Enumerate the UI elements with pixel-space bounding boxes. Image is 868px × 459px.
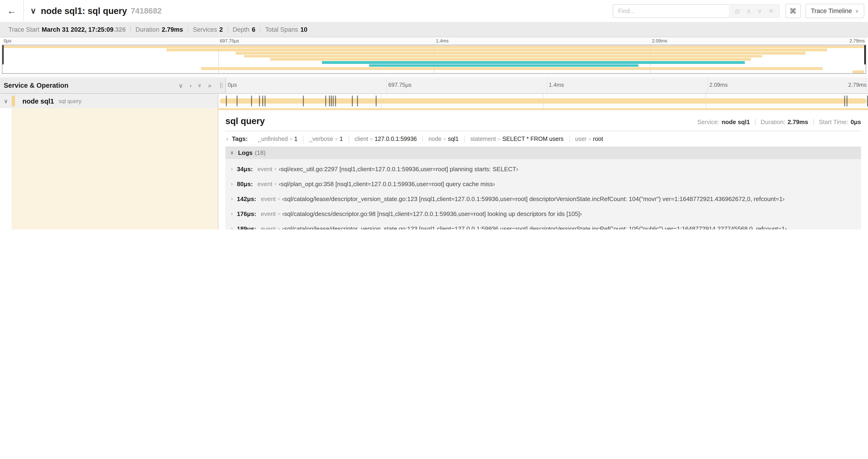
log-timestamp: 189μs: xyxy=(237,225,256,230)
meta-duration: Duration: 2.79ms xyxy=(755,119,813,126)
log-marker-tick xyxy=(847,96,848,106)
log-equals: = xyxy=(274,166,277,171)
log-row[interactable]: ›189μs:event=‹sql/catalog/lease/descript… xyxy=(225,221,861,230)
tag-value: root xyxy=(593,135,603,142)
log-marker-tick xyxy=(265,96,266,106)
log-row[interactable]: ›176μs:event=‹sql/catalog/descs/descript… xyxy=(225,206,861,221)
tag-item: _unfinished=1 xyxy=(252,135,303,142)
minimap-right-scrubber[interactable] xyxy=(864,45,866,64)
span-row-name-cell[interactable]: ∨ node sql1 sql query xyxy=(0,94,218,108)
log-row[interactable]: ›80μs:event=‹sql/plan_opt.go:358 [nsql1,… xyxy=(225,176,861,191)
locate-icon[interactable]: ◎ xyxy=(735,7,740,14)
find-input[interactable] xyxy=(613,4,729,18)
collapse-one-icon[interactable]: ∨ xyxy=(179,82,183,89)
tag-key: user xyxy=(575,135,587,142)
find-addon: ◎ ∧ ∨ ✕ xyxy=(729,4,780,18)
logs-block: ∨ Logs (18) ›34μs:event=‹sql/exec_util.g… xyxy=(225,146,861,230)
tag-item: node=sql1 xyxy=(422,135,464,142)
span-detail-meta: Service: node sql1 Duration: 2.79ms Star… xyxy=(692,119,861,126)
span-service-name: node sql1 xyxy=(22,97,54,105)
keyboard-shortcuts-button[interactable]: ⌘ xyxy=(785,4,801,18)
span-detail-header: sql query Service: node sql1 Duration: 2… xyxy=(225,110,861,131)
timeline-gridline xyxy=(547,77,548,93)
logs-body: ›34μs:event=‹sql/exec_util.go:2297 [nsql… xyxy=(225,159,861,230)
log-marker-tick xyxy=(352,96,353,106)
back-button[interactable]: ← xyxy=(0,0,24,22)
tag-value: SELECT * FROM users xyxy=(502,135,563,142)
detail-row-color-band xyxy=(218,108,868,110)
minimap-left-scrubber[interactable] xyxy=(2,45,4,64)
chevron-down-icon: ∨ xyxy=(855,8,859,13)
trace-view-dropdown[interactable]: Trace Timeline ∨ xyxy=(805,4,864,18)
log-row[interactable]: ›34μs:event=‹sql/exec_util.go:2297 [nsql… xyxy=(225,161,861,176)
log-expand-chevron-icon[interactable]: › xyxy=(231,196,232,201)
tags-row: › Tags: _unfinished=1_verbose=1client=12… xyxy=(225,131,861,146)
service-operation-heading: Service & Operation xyxy=(4,81,179,89)
log-marker-tick xyxy=(335,96,336,106)
log-marker-tick xyxy=(226,96,226,106)
tag-equals: = xyxy=(335,136,338,141)
next-match-icon[interactable]: ∨ xyxy=(757,7,762,14)
logs-collapse-chevron-icon: ∨ xyxy=(230,150,234,156)
command-icon: ⌘ xyxy=(789,7,796,15)
expand-one-icon[interactable]: › xyxy=(189,82,192,89)
tags-label[interactable]: Tags: xyxy=(232,135,248,142)
tick-label: 697.75μs xyxy=(220,38,239,43)
logs-header[interactable]: ∨ Logs (18) xyxy=(225,146,861,159)
log-timestamp: 176μs: xyxy=(237,210,256,217)
service-color-accent xyxy=(12,96,15,106)
log-expand-chevron-icon[interactable]: › xyxy=(231,226,232,230)
log-value: ‹sql/catalog/descs/descriptor.go:98 [nsq… xyxy=(282,210,582,217)
span-duration-bar[interactable] xyxy=(220,98,867,104)
column-resizer-grip[interactable] xyxy=(220,83,223,88)
span-detail-title: sql query xyxy=(225,116,692,126)
summary-item-value: 10 xyxy=(300,26,307,33)
tag-equals: = xyxy=(588,136,591,141)
span-list-header: Service & Operation ∨ › » » xyxy=(0,77,226,93)
minimap-span-bar xyxy=(166,49,827,51)
trace-minimap[interactable] xyxy=(2,45,866,74)
tags-expand-chevron-icon[interactable]: › xyxy=(226,135,228,142)
expand-all-icon[interactable]: » xyxy=(208,82,211,89)
timeline-ruler: 0μs697.75μs1.4ms2.09ms2.79ms xyxy=(226,77,868,93)
log-expand-chevron-icon[interactable]: › xyxy=(231,211,232,217)
log-timestamp: 34μs: xyxy=(237,165,253,172)
log-expand-chevron-icon[interactable]: › xyxy=(231,181,232,187)
minimap-span-bar xyxy=(369,64,639,67)
span-detail-panel: sql query Service: node sql1 Duration: 2… xyxy=(218,110,868,230)
tick-label: 2.79ms xyxy=(849,38,865,43)
summary-item-label: Trace Start xyxy=(8,26,39,33)
summary-item-label: Depth xyxy=(232,26,249,33)
tick-label: 1.4ms xyxy=(436,38,448,43)
tag-key: _unfinished xyxy=(258,135,288,142)
trace-page: ← ∨ node sql1: sql query 7418682 ◎ ∧ ∨ ✕… xyxy=(0,0,868,230)
prev-match-icon[interactable]: ∧ xyxy=(746,7,751,14)
summary-item-value: 2 xyxy=(219,26,223,33)
span-operation-name: sql query xyxy=(59,98,81,104)
tick-label: 1.4ms xyxy=(549,81,564,88)
summary-item-value: 6 xyxy=(252,26,255,33)
meta-start-value: 0μs xyxy=(850,119,861,126)
timeline-gridline xyxy=(386,77,387,93)
trace-collapse-chevron-icon[interactable]: ∨ xyxy=(30,6,36,16)
log-field-key: event xyxy=(261,225,276,230)
find-group: ◎ ∧ ∨ ✕ xyxy=(613,4,780,18)
tag-key: node xyxy=(428,135,441,142)
span-collapse-chevron-icon[interactable]: ∨ xyxy=(0,98,12,104)
minimap-span-bar xyxy=(244,55,762,57)
collapse-all-icon[interactable]: » xyxy=(196,84,203,87)
tick-label: 0μs xyxy=(4,38,11,43)
tick-label: 0μs xyxy=(228,81,237,88)
tick-label: 697.75μs xyxy=(388,81,411,88)
log-expand-chevron-icon[interactable]: › xyxy=(231,166,232,172)
meta-duration-value: 2.79ms xyxy=(787,119,808,126)
clear-search-icon[interactable]: ✕ xyxy=(768,7,774,14)
tag-items: _unfinished=1_verbose=1client=127.0.0.1:… xyxy=(252,135,609,142)
summary-item: Total Spans10 xyxy=(260,26,312,33)
log-value: ‹sql/catalog/lease/descriptor_version_st… xyxy=(282,225,787,230)
minimap-span-bar xyxy=(322,61,745,64)
meta-service-value: node sql1 xyxy=(721,119,750,126)
log-marker-tick xyxy=(867,96,868,106)
log-row[interactable]: ›142μs:event=‹sql/catalog/lease/descript… xyxy=(225,191,861,206)
summary-item-value: March 31 2022, 17:25:09 xyxy=(42,26,114,33)
